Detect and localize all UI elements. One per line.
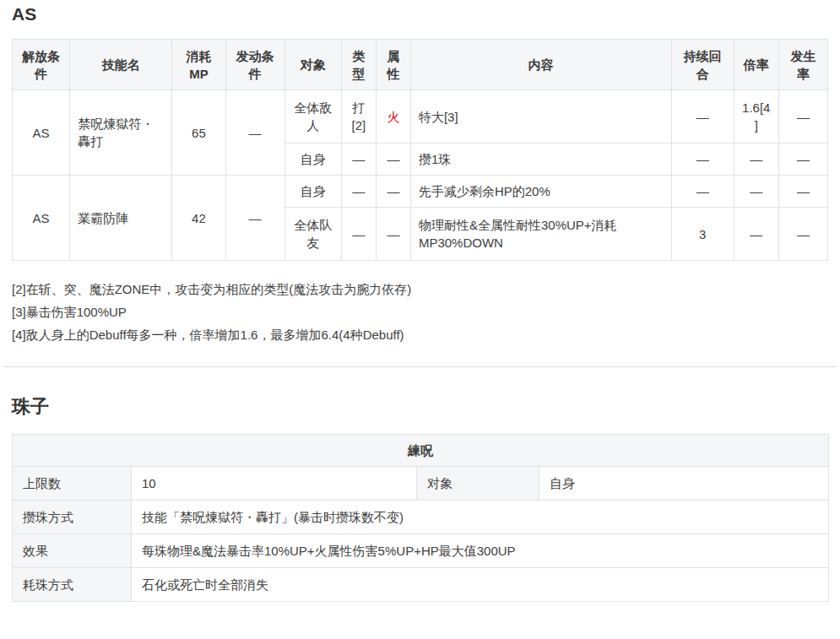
beads-table-caption-row: 練呪: [13, 435, 829, 467]
beads-row-limit: 上限数 10 对象 自身: [13, 467, 829, 501]
section-title-as: AS: [12, 4, 828, 24]
col-header-multiplier: 倍率: [734, 40, 778, 90]
cell-trigger: —: [225, 176, 285, 261]
cell-type: —: [341, 144, 376, 176]
col-header-unlock: 解放条件: [13, 40, 70, 90]
cell-unlock: AS: [13, 90, 70, 176]
cell-type: 打[2]: [341, 90, 376, 144]
wiki-content: AS 解放条件 技能名 消耗MP 发动条件 对象 类型 属性 内容 持续回合 倍…: [0, 0, 840, 639]
footnote-3: [3]暴击伤害100%UP: [12, 301, 828, 323]
cell-content: 攒1珠: [410, 144, 671, 176]
cell-unlock: AS: [13, 176, 70, 261]
cell-element-fire: 火: [376, 90, 410, 144]
cell-value-consume: 石化或死亡时全部消失: [132, 568, 829, 602]
footnote-2: [2]在斩、突、魔法ZONE中，攻击变为相应的类型(魔法攻击为腕力依存): [12, 278, 828, 301]
cell-value-effect: 每珠物理&魔法暴击率10%UP+火属性伤害5%UP+HP最大值300UP: [132, 534, 829, 568]
cell-element: —: [376, 144, 410, 176]
skill-table-header-row: 解放条件 技能名 消耗MP 发动条件 对象 类型 属性 内容 持续回合 倍率 发…: [13, 40, 828, 90]
cell-target: 自身: [285, 144, 341, 176]
cell-value-limit: 10: [132, 467, 417, 501]
cell-rate: —: [778, 90, 827, 144]
cell-label-limit: 上限数: [13, 467, 132, 501]
section-divider: [4, 366, 836, 367]
cell-target: 全体敌人: [285, 90, 341, 144]
cell-value-gain: 技能「禁呪煉獄符・轟打」(暴击时攒珠数不变): [132, 501, 829, 534]
col-header-content: 内容: [410, 40, 671, 90]
cell-mp-cost: 65: [172, 90, 225, 176]
cell-rate: —: [778, 208, 827, 261]
col-header-element: 属性: [376, 40, 410, 90]
cell-skill-name: 禁呪煉獄符・轟打: [70, 90, 172, 176]
cell-multiplier: 1.6[4]: [734, 90, 778, 144]
beads-row-effect: 效果 每珠物理&魔法暴击率10%UP+火属性伤害5%UP+HP最大值300UP: [13, 534, 829, 568]
col-header-duration: 持续回合: [671, 40, 734, 90]
col-header-rate: 发生率: [778, 40, 827, 90]
cell-type: —: [341, 176, 376, 208]
cell-multiplier: —: [734, 144, 778, 176]
footnotes: [2]在斩、突、魔法ZONE中，攻击变为相应的类型(魔法攻击为腕力依存) [3]…: [12, 278, 828, 346]
cell-label-consume: 耗珠方式: [13, 568, 132, 602]
cell-element: —: [376, 176, 410, 208]
cell-trigger: —: [225, 90, 285, 176]
beads-row-gain: 攒珠方式 技能「禁呪煉獄符・轟打」(暴击时攒珠数不变): [13, 501, 829, 534]
col-header-type: 类型: [341, 40, 376, 90]
cell-label-target: 对象: [417, 467, 539, 501]
col-header-target: 对象: [285, 40, 341, 90]
cell-target: 全体队友: [285, 208, 341, 261]
cell-label-effect: 效果: [13, 534, 132, 568]
section-title-beads: 珠子: [12, 396, 828, 418]
beads-row-consume: 耗珠方式 石化或死亡时全部消失: [13, 568, 829, 602]
cell-content: 特大[3]: [410, 90, 671, 144]
cell-rate: —: [778, 176, 827, 208]
cell-label-gain: 攒珠方式: [13, 501, 132, 534]
cell-content: 物理耐性&全属性耐性30%UP+消耗MP30%DOWN: [410, 208, 671, 261]
cell-type: —: [341, 208, 376, 261]
skill-row: AS 業霸防陣 42 — 自身 — — 先手减少剩余HP的20% — — —: [13, 176, 828, 208]
cell-rate: —: [778, 144, 827, 176]
col-header-mp-cost: 消耗MP: [172, 40, 225, 90]
as-skill-table: 解放条件 技能名 消耗MP 发动条件 对象 类型 属性 内容 持续回合 倍率 发…: [12, 39, 828, 261]
cell-duration: 3: [671, 208, 734, 261]
cell-mp-cost: 42: [172, 176, 225, 261]
skill-row: AS 禁呪煉獄符・轟打 65 — 全体敌人 打[2] 火 特大[3] — 1.6…: [13, 90, 828, 144]
cell-duration: —: [671, 176, 734, 208]
cell-multiplier: —: [734, 176, 778, 208]
footnote-4: [4]敌人身上的Debuff每多一种，倍率增加1.6，最多增加6.4(4种Deb…: [12, 323, 828, 346]
cell-content: 先手减少剩余HP的20%: [410, 176, 671, 208]
cell-multiplier: —: [734, 208, 778, 261]
col-header-skill-name: 技能名: [70, 40, 172, 90]
cell-skill-name: 業霸防陣: [70, 176, 172, 261]
cell-duration: —: [671, 144, 734, 176]
cell-target: 自身: [285, 176, 341, 208]
cell-value-target: 自身: [539, 467, 829, 501]
beads-table-title: 練呪: [13, 435, 829, 467]
beads-table: 練呪 上限数 10 对象 自身 攒珠方式 技能「禁呪煉獄符・轟打」(暴击时攒珠数…: [12, 434, 829, 602]
cell-duration: —: [671, 90, 734, 144]
cell-element: —: [376, 208, 410, 261]
col-header-trigger: 发动条件: [225, 40, 285, 90]
